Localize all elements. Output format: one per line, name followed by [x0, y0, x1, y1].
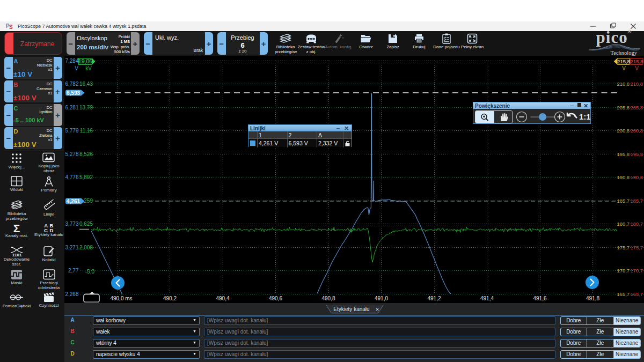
svg-text:491,4: 491,4	[480, 295, 494, 301]
svg-text:16,43: 16,43	[79, 81, 93, 87]
svg-text:180,7: 180,7	[631, 221, 643, 227]
svg-text:180,7: 180,7	[617, 221, 630, 227]
svg-text:1101: 1101	[12, 253, 22, 257]
svg-text:490,6: 490,6	[269, 295, 282, 301]
svg-text:490,2: 490,2	[163, 295, 177, 301]
svg-text:0,625: 0,625	[79, 221, 93, 227]
svg-text:Etykiety kanału: Etykiety kanału	[333, 306, 369, 312]
svg-text:491,8: 491,8	[586, 295, 599, 301]
svg-text:2,77: 2,77	[68, 268, 79, 274]
svg-text:3,271: 3,271	[65, 245, 78, 250]
svg-text:✕: ✕	[375, 307, 379, 312]
svg-text:175,7: 175,7	[631, 245, 643, 250]
svg-text:6,281: 6,281	[65, 105, 78, 110]
svg-text:490,8: 490,8	[321, 295, 335, 301]
svg-text:190,8: 190,8	[631, 174, 643, 180]
svg-text:210,8: 210,8	[631, 81, 643, 87]
svg-text:185,7: 185,7	[631, 198, 643, 204]
svg-text:200,8: 200,8	[617, 128, 630, 134]
svg-text:491,0: 491,0	[375, 295, 388, 301]
svg-text:7,284: 7,284	[65, 58, 78, 64]
svg-text:kV: kV	[85, 65, 92, 71]
svg-text:205,8: 205,8	[617, 105, 630, 110]
svg-text:490,4: 490,4	[216, 295, 229, 301]
svg-text:6,593: 6,593	[67, 90, 80, 96]
svg-text:13,79: 13,79	[79, 105, 93, 110]
svg-text:200,8: 200,8	[631, 128, 643, 134]
svg-text:491,2: 491,2	[427, 295, 441, 301]
svg-text:1:1: 1:1	[579, 112, 590, 121]
svg-text:5,779: 5,779	[65, 128, 78, 134]
svg-text:-5,0: -5,0	[85, 269, 95, 275]
svg-text:195,8: 195,8	[617, 151, 630, 157]
svg-text:185,7: 185,7	[617, 198, 630, 204]
svg-text:6,782: 6,782	[65, 81, 78, 87]
svg-text:4,776: 4,776	[65, 174, 78, 180]
svg-text:165,7: 165,7	[617, 291, 630, 297]
svg-text:8,526: 8,526	[79, 151, 93, 157]
svg-text:3,773: 3,773	[65, 221, 78, 227]
svg-text:V: V	[75, 65, 78, 71]
svg-text:5,278: 5,278	[65, 151, 78, 157]
svg-text:4,261: 4,261	[67, 198, 80, 204]
svg-text:11,16: 11,16	[80, 128, 93, 134]
svg-text:5,892: 5,892	[79, 174, 93, 180]
svg-text:195,8: 195,8	[631, 151, 643, 157]
svg-text:-2,008: -2,008	[78, 245, 93, 250]
svg-text:19,06: 19,06	[78, 58, 92, 64]
svg-text:2,268: 2,268	[65, 291, 78, 297]
svg-text:170,7: 170,7	[617, 268, 630, 274]
svg-text:170,7: 170,7	[631, 268, 643, 274]
svg-text:210,8: 210,8	[617, 81, 630, 87]
svg-text:190,8: 190,8	[617, 174, 630, 180]
svg-text:205,8: 205,8	[631, 105, 643, 110]
svg-text:491,6: 491,6	[533, 295, 546, 301]
svg-text:S: S	[9, 24, 13, 30]
svg-text:V: V	[635, 65, 639, 71]
svg-text:165,7: 165,7	[631, 291, 643, 297]
svg-text:215,8: 215,8	[617, 58, 630, 64]
svg-text:490,0 ms: 490,0 ms	[110, 295, 132, 301]
svg-text:215,8: 215,8	[631, 58, 643, 64]
svg-text:175,7: 175,7	[617, 245, 630, 250]
svg-text:V: V	[622, 65, 626, 71]
